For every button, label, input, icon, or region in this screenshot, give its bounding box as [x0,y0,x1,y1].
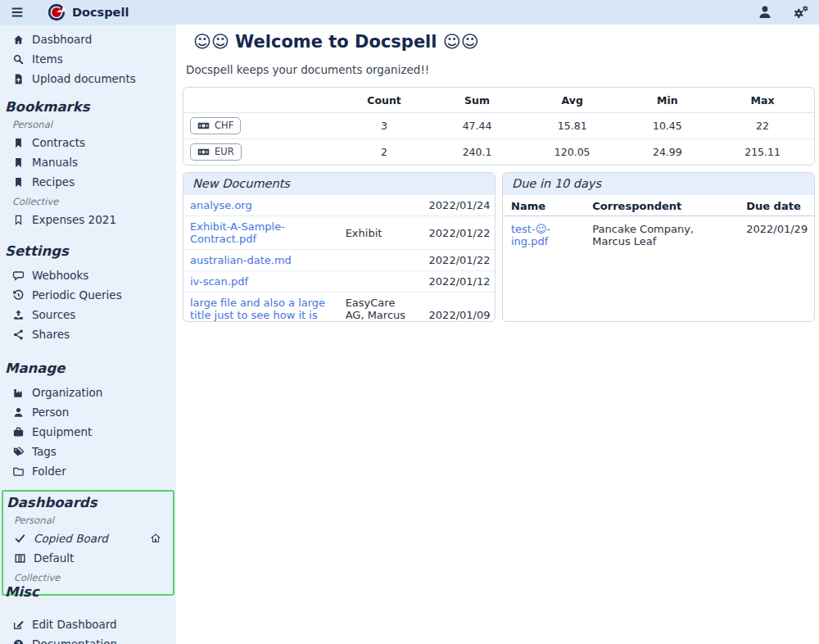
person-icon [12,406,25,419]
home-icon [12,34,25,46]
stats-table: Count Sum Avg Min Max CHF 3 47. [183,88,814,165]
new-documents-panel: New Documents analyse.org 2022/01/24 Exh… [183,172,495,322]
sidebar-item-label: Sources [32,308,75,321]
sidebar-item-label: Recipes [32,175,75,188]
document-correspondent [339,195,423,216]
sidebar-item-sources[interactable]: Sources [0,305,176,324]
group-label-collective: Collective [14,572,173,583]
currency-badge-eur[interactable]: EUR [190,143,242,161]
sidebar-item-organization[interactable]: Organization [0,383,176,402]
sidebar-item-tags[interactable]: Tags [0,442,176,461]
section-title-manage: Manage [5,361,176,376]
check-icon [14,533,26,545]
sidebar-item-upload-documents[interactable]: Upload documents [0,69,176,88]
docspell-logo-icon [48,3,66,21]
document-date: 2022/01/22 [423,250,495,271]
money-bill-icon [197,147,210,156]
comment-icon [12,270,25,282]
due-col-due-date: Due date [738,195,814,216]
sidebar-item-expenses-2021[interactable]: Expenses 2021 [0,210,176,229]
sidebar-item-dashboard[interactable]: Dasbhoard [0,29,176,49]
due-table: Name Correspondent Due date test-☺-ing.p… [503,195,814,254]
sidebar-item-label: Default [34,551,74,565]
sidebar-item-webhooks[interactable]: Webhooks [0,265,176,285]
sidebar-item-label: Shares [32,328,70,341]
section-title-bookmarks: Bookmarks [5,99,176,115]
sidebar-item-person[interactable]: Person [0,402,176,422]
section-title-settings: Settings [5,243,176,259]
currency-badge-chf[interactable]: CHF [190,117,241,134]
panels-row: New Documents analyse.org 2022/01/24 Exh… [183,172,815,322]
sidebar-item-documentation[interactable]: ? Documentation [0,634,176,644]
sidebar-item-default[interactable]: Default [3,548,173,568]
group-label-personal: Personal [14,515,173,526]
due-panel: Due in 10 days Name Correspondent Due da… [502,172,815,322]
sidebar-item-label: Copied Board [34,532,108,545]
table-row: Exhibit-A-Sample-Contract.pdf Exhibit 20… [183,216,495,250]
user-icon[interactable] [757,4,773,20]
stat-min: 10.45 [624,113,712,139]
sidebar-item-folder[interactable]: Folder [0,461,176,481]
home-default-icon[interactable] [150,533,161,544]
sidebar-item-label: Periodic Queries [32,288,122,302]
sidebar-item-label: Documentation [32,637,117,644]
history-icon [12,289,25,302]
sidebar-item-contracts[interactable]: Contracts [0,133,176,152]
sidebar-item-label: Webhooks [32,269,88,282]
sidebar-item-manuals[interactable]: Manuals [0,152,176,172]
money-bill-icon [197,121,210,130]
document-correspondent: Exhibit [339,216,423,250]
stats-col-blank [183,88,335,113]
sidebar-item-items[interactable]: Items [0,49,176,69]
folder-icon [12,465,25,478]
panel-title-due: Due in 10 days [503,173,814,195]
document-link[interactable]: iv-scan.pdf [190,275,248,288]
question-circle-icon: ? [12,638,25,644]
stats-col-sum: Sum [433,88,521,113]
bookmark-icon [12,137,25,149]
document-link[interactable]: australian-date.md [190,254,292,266]
sidebar-item-label: Expenses 2021 [32,213,116,226]
document-link[interactable]: analyse.org [190,199,252,211]
industry-icon [12,387,25,399]
document-link[interactable]: test-☺-ing.pdf [511,223,550,247]
sidebar-item-shares[interactable]: Shares [0,324,176,344]
upload-icon [12,309,25,321]
page-title: ☺☺ Welcome to Docspell ☺☺ [193,32,815,52]
sidebar-item-periodic-queries[interactable]: Periodic Queries [0,285,176,305]
tags-icon [12,446,25,458]
brand[interactable]: Docspell [48,3,129,21]
hamburger-menu-icon[interactable] [10,5,25,20]
stats-row-chf: CHF 3 47.44 15.81 10.45 22 [183,113,814,139]
stats-col-count: Count [335,88,433,113]
new-documents-table: analyse.org 2022/01/24 Exhibit-A-Sample-… [183,195,495,322]
sidebar-item-edit-dashboard[interactable]: Edit Dashboard [0,615,176,634]
stat-max: 22 [711,113,814,139]
stats-row-eur: EUR 2 240.1 120.05 24.99 215.11 [183,139,814,166]
edit-icon [12,619,25,631]
dashboards-highlight-box: Dashboards Personal Copied Board Default… [2,490,174,596]
section-title-misc: Misc [5,584,176,600]
stat-max: 215.11 [711,139,814,166]
sidebar-item-copied-board[interactable]: Copied Board [3,528,173,548]
document-date: 2022/01/09 [423,293,495,323]
main-content: ☺☺ Welcome to Docspell ☺☺ Docspell keeps… [176,25,819,644]
share-icon [12,329,25,341]
search-icon [12,53,25,66]
document-correspondent: EasyCare AG, Marcus Leaf [339,293,423,323]
sidebar: Dasbhoard Items Upload documents Bookmar… [0,25,176,644]
stat-count: 3 [335,113,433,139]
stat-count: 2 [335,139,433,166]
stats-col-avg: Avg [521,88,624,113]
sidebar-item-recipes[interactable]: Recipes [0,172,176,192]
document-link[interactable]: Exhibit-A-Sample-Contract.pdf [190,220,285,245]
sidebar-item-label: Upload documents [32,72,136,85]
document-link[interactable]: large file and also a large title just t… [190,297,325,322]
document-correspondent: Pancake Company, Marcus Leaf [584,216,738,255]
brand-name: Docspell [72,6,129,19]
sidebar-item-equipment[interactable]: Equipment [0,422,176,442]
sidebar-item-label: Items [32,52,63,66]
bookmark-icon [12,176,25,188]
columns-icon [14,552,26,565]
gears-icon[interactable] [793,4,809,20]
